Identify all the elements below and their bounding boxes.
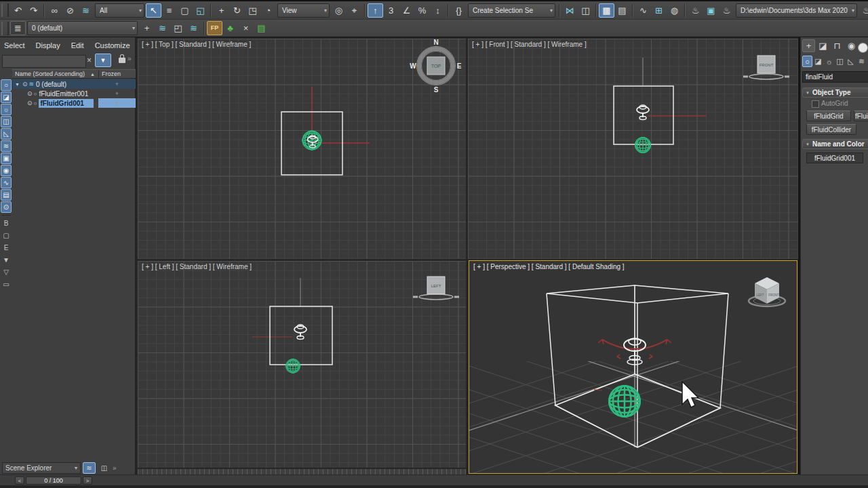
viewport-left-label[interactable]: [ + ] [ Left ] [ Standard ] [ Wireframe …: [142, 263, 252, 270]
filter-geometry-icon[interactable]: ○: [1, 79, 12, 91]
select-object-icon[interactable]: ↖: [146, 3, 161, 18]
menu-display[interactable]: Display: [36, 41, 60, 52]
select-and-place-icon[interactable]: ◔: [260, 3, 276, 18]
object-name[interactable]: fFluidEmitter001: [39, 90, 88, 98]
compass-east[interactable]: E: [457, 62, 462, 70]
undo-icon[interactable]: ↶: [10, 3, 26, 18]
select-and-rotate-icon[interactable]: ↻: [229, 3, 245, 18]
compass-west[interactable]: W: [410, 62, 416, 70]
filter-funnel-icon[interactable]: ▼: [1, 254, 12, 266]
category-cameras-icon[interactable]: ◫: [835, 56, 845, 67]
viewcube-left-face-label[interactable]: LEFT: [756, 293, 764, 297]
unlink-selection-icon[interactable]: ⊘: [62, 3, 78, 18]
rendered-frame-window-icon[interactable]: ▣: [703, 3, 719, 18]
viewport-perspective-label[interactable]: [ + ] [ Perspective ] [ Standard ] [ Def…: [473, 263, 625, 270]
fluid-grid-box-3d[interactable]: [547, 285, 728, 447]
fluidcollider-button[interactable]: fFluidCollider: [806, 124, 856, 135]
tab-hierarchy-icon[interactable]: ⊓: [831, 39, 844, 52]
viewport-front[interactable]: [ + ] [ Front ] [ Standard ] [ Wireframe…: [468, 39, 798, 259]
footer-hierarchy-icon[interactable]: ◫: [98, 462, 111, 474]
forest-plugin-icon[interactable]: ♣: [222, 21, 238, 35]
keyboard-override-icon[interactable]: ↑: [368, 3, 383, 18]
named-selection-set-dropdown[interactable]: Create Selection Se▾: [468, 3, 555, 18]
frozen-toggle[interactable]: +: [98, 89, 136, 98]
time-slider[interactable]: 0 / 100: [26, 476, 81, 485]
fluidgrid-button[interactable]: fFluidGrid: [806, 110, 851, 121]
sort-by-type-icon[interactable]: ▢: [1, 230, 12, 241]
filter-groups-icon[interactable]: ▤: [1, 189, 12, 201]
filter-particles-icon[interactable]: ▣: [1, 152, 12, 164]
menu-select[interactable]: Select: [4, 41, 25, 52]
plugin-tools-icon[interactable]: ×: [238, 21, 254, 35]
tab-modify-icon[interactable]: ◪: [816, 39, 829, 52]
menu-edit[interactable]: Edit: [71, 41, 84, 52]
rollout-name-and-color[interactable]: ▼ Name and Color: [802, 139, 868, 149]
previous-frame-button[interactable]: <: [15, 476, 24, 485]
align-icon[interactable]: ◫: [578, 3, 593, 18]
track-bar[interactable]: [138, 469, 466, 474]
viewcube-left[interactable]: LEFT: [413, 277, 459, 300]
filter-bones-icon[interactable]: ◉: [1, 165, 12, 176]
select-and-link-icon[interactable]: ∞: [47, 3, 62, 18]
spinner-snap-icon[interactable]: ↕: [430, 3, 446, 18]
filter-curves-icon[interactable]: ∿: [1, 177, 12, 188]
sort-by-layer-icon[interactable]: E: [1, 242, 12, 253]
object-row-emitter[interactable]: ⊙ ○ fFluidEmitter001 +: [12, 89, 136, 98]
render-setup-icon[interactable]: ♨: [688, 3, 703, 18]
viewport-top-label[interactable]: [ + ] [ Top ] [ Standard ] [ Wireframe ]: [142, 41, 251, 48]
lock-icon[interactable]: [115, 54, 129, 67]
reference-coordinate-dropdown[interactable]: View▾: [277, 3, 330, 18]
redo-icon[interactable]: ↷: [26, 3, 41, 18]
viewport-front-label[interactable]: [ + ] [ Front ] [ Standard ] [ Wireframe…: [472, 41, 587, 48]
compass-north[interactable]: N: [433, 39, 438, 46]
category-shapes-icon[interactable]: ◪: [813, 56, 823, 67]
tab-motion-icon[interactable]: ◉: [845, 39, 858, 52]
layer-explorer-toggle-icon[interactable]: ▦: [599, 3, 614, 18]
mirror-icon[interactable]: ⋈: [562, 3, 578, 18]
layer-manager-icon[interactable]: ≣: [10, 21, 26, 35]
panel-pin-icon[interactable]: [858, 43, 868, 53]
plugin-list-icon[interactable]: ▤: [254, 21, 269, 35]
filter-funnel2-icon[interactable]: ▽: [1, 266, 12, 278]
object-category-dropdown[interactable]: finalFluid: [802, 71, 868, 83]
select-and-manipulate-icon[interactable]: ⌖: [347, 3, 362, 18]
expander-icon[interactable]: ▼: [15, 82, 20, 87]
search-input[interactable]: [3, 57, 85, 68]
viewport-top[interactable]: [ + ] [ Top ] [ Standard ] [ Wireframe ]…: [138, 39, 466, 259]
next-frame-button[interactable]: >: [83, 476, 92, 485]
viewcube-front-label[interactable]: FRONT: [760, 63, 774, 67]
snap-3d-icon[interactable]: 3: [383, 3, 399, 18]
object-name-selected[interactable]: fFluidGrid001: [39, 99, 93, 108]
category-geometry-icon[interactable]: ○: [802, 56, 812, 67]
select-and-scale-icon[interactable]: ◳: [245, 3, 260, 18]
set-current-layer-icon[interactable]: ≋: [186, 21, 201, 35]
fluid-emitter-sphere[interactable]: [609, 386, 640, 417]
render-production-icon[interactable]: ♨: [719, 3, 734, 18]
overflow-chevron[interactable]: »: [127, 55, 132, 62]
named-selection-sets-icon[interactable]: {}: [451, 3, 467, 18]
add-selection-to-layer-icon[interactable]: ≋: [155, 21, 170, 35]
frozen-column-header[interactable]: Frozen: [102, 70, 121, 77]
fluid-emitter-sphere[interactable]: [286, 359, 300, 373]
select-objects-in-layer-icon[interactable]: ◰: [170, 21, 186, 35]
bind-to-space-warp-icon[interactable]: ≋: [78, 3, 94, 18]
window-crossing-icon[interactable]: ◱: [193, 3, 208, 18]
scene-explorer-toggle-icon[interactable]: ▤: [614, 3, 630, 18]
menu-customize[interactable]: Customize: [95, 41, 130, 52]
category-helpers-icon[interactable]: ◺: [846, 56, 856, 67]
name-column-header[interactable]: Name (Sorted Ascending): [15, 70, 85, 77]
fluidemitter-button[interactable]: fFluidEmitter: [854, 110, 868, 121]
create-new-layer-icon[interactable]: +: [139, 21, 155, 35]
clear-search-icon[interactable]: ×: [87, 56, 92, 65]
compass-south[interactable]: S: [434, 86, 439, 94]
toolbar-grip[interactable]: [1, 22, 9, 35]
select-by-name-icon[interactable]: ≡: [161, 3, 177, 18]
explorer-column-headers[interactable]: Name (Sorted Ascending) ▲ Frozen: [12, 69, 136, 79]
tab-create-icon[interactable]: +: [802, 39, 815, 52]
viewcube-left-label[interactable]: LEFT: [431, 284, 441, 288]
project-folder-dropdown[interactable]: D:\edwin\Documents\3ds Max 2020▾: [736, 3, 857, 18]
category-lights-icon[interactable]: ☼: [824, 56, 834, 67]
frozen-toggle[interactable]: +: [98, 98, 136, 108]
viewcube-perspective[interactable]: LEFT FRONT: [749, 277, 785, 306]
container-icon[interactable]: ▭: [1, 279, 12, 290]
